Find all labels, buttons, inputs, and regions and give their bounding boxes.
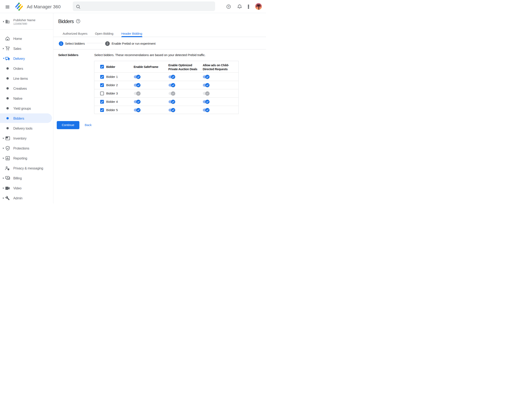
svg-text:?: ?: [228, 5, 229, 8]
svg-text:?: ?: [77, 20, 79, 23]
